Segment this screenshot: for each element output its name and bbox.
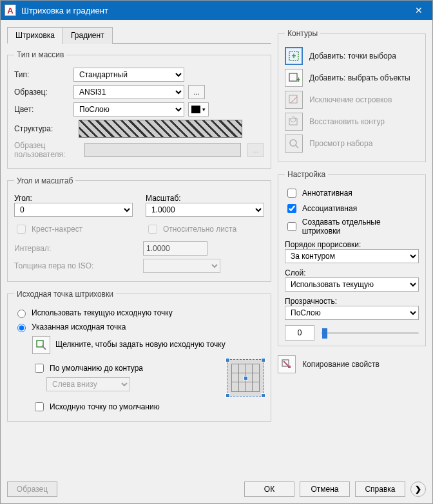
group-origin: Исходная точка штриховки Использовать те… [7, 290, 271, 422]
svg-text:+: + [296, 75, 300, 84]
check-double [17, 225, 26, 234]
label-use-current: Использовать текущую исходную точку [32, 308, 173, 317]
select-pattern[interactable]: ANSI31 [73, 85, 184, 99]
label-default-bound: По умолчанию до контура [50, 364, 143, 373]
legend-origin: Исходная точка штриховки [14, 290, 116, 299]
label-type: Тип: [14, 70, 70, 79]
label-add-select: Добавить: выбрать объекты [309, 73, 419, 82]
tab-bar: Штриховка Градиент [7, 26, 271, 44]
swatch-preview[interactable] [79, 120, 242, 138]
button-pattern-browse[interactable]: ... [188, 85, 205, 99]
label-recreate: Восстановить контур [309, 117, 419, 126]
label-inherit: Копирование свойств [302, 360, 426, 369]
button-pick-origin[interactable] [32, 336, 50, 354]
window-title: Штриховка и градиент [21, 6, 405, 15]
svg-line-7 [291, 97, 297, 103]
button-view-sel [285, 135, 303, 153]
label-associative: Ассоциативная [302, 204, 357, 213]
label-annotative: Аннотативная [302, 189, 352, 198]
check-associative[interactable] [287, 204, 296, 213]
group-angle-scale: Угол и масштаб Угол: 0 Масштаб: 1.0000 К… [7, 176, 271, 282]
check-separate[interactable] [287, 222, 296, 231]
label-iso-pen: Толщина пера по ISO: [14, 261, 139, 270]
tab-gradient[interactable]: Градиент [63, 27, 113, 44]
label-store-default: Исходную точку по умолчанию [50, 402, 160, 411]
check-annotative[interactable] [287, 189, 296, 198]
label-transparency: Прозрачность: [285, 297, 419, 306]
button-remove-islands [285, 91, 303, 109]
label-remove-islands: Исключение островков [309, 95, 419, 104]
label-double: Крест-накрест [32, 225, 82, 234]
svg-text:+: + [291, 51, 296, 61]
svg-point-9 [290, 140, 296, 146]
close-button[interactable]: ✕ [405, 1, 432, 20]
label-separate: Создавать отдельные штриховки [302, 218, 419, 236]
select-transparency-mode[interactable]: ПоСлою [285, 306, 419, 320]
label-custom-pattern: Образец пользователя: [14, 141, 75, 160]
button-ok[interactable]: ОК [244, 481, 294, 497]
check-relative [148, 225, 157, 234]
svg-rect-6 [289, 95, 297, 103]
select-type[interactable]: Стандартный [73, 68, 184, 82]
button-recreate [285, 113, 303, 131]
origin-diagram [227, 359, 264, 397]
titlebar: A Штриховка и градиент ✕ [1, 1, 432, 20]
label-pick-hint: Щелкните, чтобы задать новую исходную то… [55, 340, 226, 350]
button-expand[interactable]: ❯ [410, 481, 426, 497]
app-icon: A [5, 5, 16, 16]
label-draw-order: Порядок прорисовки: [285, 240, 419, 249]
button-add-select[interactable]: + [285, 69, 303, 87]
label-add-pick: Добавить: точки выбора [309, 51, 419, 61]
check-store-default[interactable] [35, 402, 44, 411]
slider-transparency[interactable] [321, 325, 419, 341]
button-help[interactable]: Справка [355, 481, 405, 497]
svg-line-10 [296, 145, 298, 148]
tab-hatch[interactable]: Штриховка [7, 27, 63, 44]
button-cancel[interactable]: Отмена [300, 481, 350, 497]
label-layer: Слой: [285, 268, 419, 277]
select-iso-pen [143, 259, 220, 273]
legend-boundaries: Контуры [285, 29, 320, 38]
select-color[interactable]: ПоСлою [73, 102, 184, 117]
button-add-pick[interactable]: + [285, 47, 303, 65]
group-type-array: Тип и массив Тип: Стандартный Образец: A… [7, 50, 271, 169]
select-custom-pattern [84, 143, 241, 157]
group-boundaries: Контуры + Добавить: точки выбора + Добав… [278, 29, 426, 162]
select-scale[interactable]: 1.0000 [146, 203, 264, 217]
check-default-bound[interactable] [35, 364, 44, 373]
select-angle[interactable]: 0 [14, 203, 133, 217]
select-layer[interactable]: Использовать текущую [285, 277, 419, 292]
label-scale: Масштаб: [146, 194, 264, 203]
radio-use-current[interactable] [17, 310, 26, 318]
select-origin-pos: Слева внизу [46, 377, 130, 391]
label-view-sel: Просмотр набора [309, 139, 419, 148]
radio-specified[interactable] [17, 324, 26, 332]
legend-options: Настройка [285, 170, 328, 179]
input-spacing [143, 241, 207, 256]
legend-angle-scale: Угол и масштаб [14, 176, 75, 185]
group-options: Настройка Аннотативная Ассоциативная Соз… [278, 170, 426, 346]
label-relative: Относительно листа [163, 225, 236, 234]
button-preview: Образец [7, 481, 57, 497]
label-color: Цвет: [14, 105, 70, 114]
button-custom-browse: ... [247, 143, 264, 157]
button-bgcolor[interactable]: ▾ [188, 102, 209, 117]
legend-type-array: Тип и массив [14, 50, 66, 59]
button-inherit[interactable] [278, 355, 296, 373]
label-angle: Угол: [14, 194, 133, 203]
label-swatch: Структура: [14, 124, 70, 133]
select-draw-order[interactable]: За контуром [285, 249, 419, 263]
input-transparency[interactable]: 0 [285, 325, 314, 341]
label-spacing: Интервал: [14, 244, 139, 253]
label-pattern: Образец: [14, 88, 70, 97]
label-specified: Указанная исходная точка [32, 322, 126, 331]
